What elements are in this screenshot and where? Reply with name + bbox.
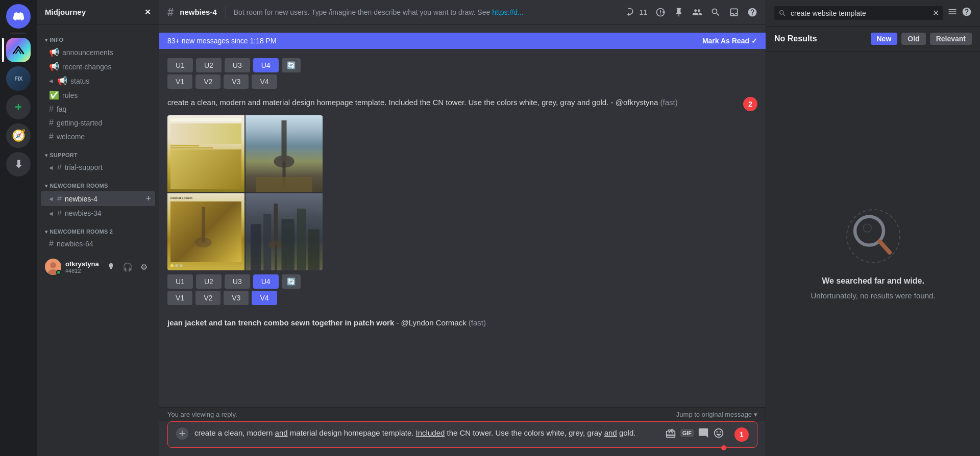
main-content: # newbies-4 Bot room for new users. Type… xyxy=(159,0,766,456)
username: ofkrystyna xyxy=(65,260,100,268)
v2-button-2[interactable]: V2 xyxy=(195,291,220,305)
notification-settings-icon[interactable] xyxy=(655,7,666,17)
u2-button-2[interactable]: U2 xyxy=(196,274,222,289)
u2-button-1[interactable]: U2 xyxy=(196,58,222,72)
server-dropdown-icon: ✕ xyxy=(144,8,151,17)
u4-button-1[interactable]: U4 xyxy=(253,58,279,72)
dot1 xyxy=(170,264,174,267)
filter-new-button[interactable]: New xyxy=(871,33,898,45)
channel-getting-started[interactable]: # getting-started xyxy=(41,116,155,130)
channel-faq[interactable]: # faq xyxy=(41,103,155,116)
online-status-dot xyxy=(56,270,61,275)
filter-old-button[interactable]: Old xyxy=(901,33,925,45)
v4-button-1[interactable]: V4 xyxy=(252,74,277,89)
add-content-button[interactable]: + xyxy=(176,427,188,440)
channel-status[interactable]: ◀ 📢 status xyxy=(41,74,155,88)
u1-button-2[interactable]: U1 xyxy=(167,274,193,289)
add-server-button[interactable]: + xyxy=(6,95,31,119)
channel-announcements[interactable]: 📢 announcements xyxy=(41,45,155,59)
channel-link[interactable]: https://d... xyxy=(492,8,523,16)
user-discriminator: #4812 xyxy=(65,268,100,274)
welcome-icon: # xyxy=(49,132,54,141)
channel-recent-changes[interactable]: 📢 recent-changes xyxy=(41,60,155,73)
message-content-3: jean jacket and tan trench combo sewn to… xyxy=(167,317,757,328)
generated-image: Cotolal Localin xyxy=(167,115,323,270)
channel-welcome[interactable]: # welcome xyxy=(41,130,155,143)
message-input-box: + create a clean, modern and material de… xyxy=(167,421,757,448)
svg-rect-13 xyxy=(275,245,277,270)
v2-button-1[interactable]: V2 xyxy=(195,74,220,89)
speed-badge-3: (fast) xyxy=(469,318,486,327)
city-svg xyxy=(246,193,323,270)
v3-button-1[interactable]: V3 xyxy=(224,74,249,89)
category-support[interactable]: ▾ SUPPORT xyxy=(37,144,159,160)
u3-button-1[interactable]: U3 xyxy=(225,58,250,72)
refresh-button-2[interactable]: 🔄 xyxy=(282,274,301,289)
refresh-button-1[interactable]: 🔄 xyxy=(282,58,301,72)
deafen-button[interactable]: 🎧 xyxy=(120,260,135,274)
v1-button-1[interactable]: V1 xyxy=(167,74,192,89)
speed-badge-2: (fast) xyxy=(660,98,677,107)
search-input-field[interactable] xyxy=(791,9,928,17)
recording-indicator xyxy=(721,445,726,450)
settings-button[interactable]: ⚙ xyxy=(137,260,151,274)
u4-button-2[interactable]: U4 xyxy=(253,274,279,289)
channel-newbies-64[interactable]: # newbies-64 xyxy=(41,237,155,250)
search-icon[interactable] xyxy=(710,7,721,17)
pin-icon[interactable] xyxy=(674,7,684,17)
mark-as-read-button[interactable]: Mark As Read ✓ xyxy=(702,37,757,45)
new-messages-banner[interactable]: 83+ new messages since 1:18 PM Mark As R… xyxy=(159,33,766,49)
search-empty-subtitle: Unfortunately, no results were found. xyxy=(811,290,935,302)
sticker-button[interactable] xyxy=(698,427,709,439)
v3-button-2[interactable]: V3 xyxy=(224,291,249,305)
server-midjourney[interactable] xyxy=(6,38,31,62)
rules-icon: ✅ xyxy=(49,90,59,100)
newcomer-arrow: ▾ xyxy=(45,183,47,189)
message-content-1: U1 U2 U3 U4 🔄 V1 V2 V3 V4 xyxy=(167,55,757,89)
explore-server-button[interactable]: 🧭 xyxy=(6,123,31,148)
category-newcomer2[interactable]: ▾ NEWCOMER ROOMS 2 xyxy=(37,220,159,237)
server-fix[interactable]: FIX xyxy=(6,66,31,91)
members-icon[interactable] xyxy=(692,7,702,17)
channel-list: ▾ INFO 📢 announcements 📢 recent-changes … xyxy=(37,24,159,456)
v4-button-2[interactable]: V4 xyxy=(252,291,277,305)
add-member-icon[interactable]: + xyxy=(145,193,151,204)
filter-relevant-button[interactable]: Relevant xyxy=(930,33,972,45)
viewing-reply-text: You are viewing a reply. xyxy=(167,411,237,418)
support-arrow: ▾ xyxy=(45,153,47,158)
channel-rules[interactable]: ✅ rules xyxy=(41,88,155,102)
jump-to-original-button[interactable]: Jump to original message ▾ xyxy=(676,411,757,418)
mute-button[interactable]: 🎙 xyxy=(104,260,118,274)
search-clear-button[interactable]: ✕ xyxy=(933,8,939,18)
help-icon[interactable] xyxy=(747,7,757,17)
svg-point-20 xyxy=(863,224,871,232)
server-header[interactable]: Midjourney ✕ xyxy=(37,0,159,24)
v1-button-2[interactable]: V1 xyxy=(167,291,192,305)
channel-newbies-34[interactable]: ◀ # newbies-34 xyxy=(41,207,155,220)
threads-button[interactable]: 11 xyxy=(627,7,647,17)
announcements-icon: 📢 xyxy=(49,47,59,57)
svg-point-1 xyxy=(50,262,56,268)
category-arrow: ▾ xyxy=(45,37,47,43)
mockup-dots xyxy=(170,264,241,267)
download-button[interactable]: ⬇ xyxy=(6,152,31,176)
server-name: Midjourney xyxy=(45,8,86,16)
channel-trial-support[interactable]: ◀ # trial-support xyxy=(41,161,155,174)
channel-newbies-4[interactable]: ◀ # newbies-4 + xyxy=(41,191,155,206)
inbox-icon[interactable] xyxy=(729,7,739,17)
category-newcomer[interactable]: ▾ NEWCOMER ROOMS xyxy=(37,174,159,191)
user-controls: 🎙 🎧 ⚙ xyxy=(104,260,151,274)
u3-button-2[interactable]: U3 xyxy=(225,274,250,289)
gift-button[interactable] xyxy=(665,427,676,439)
category-info[interactable]: ▾ INFO xyxy=(37,29,159,45)
input-text-area[interactable]: create a clean, modern and material desi… xyxy=(194,427,659,438)
u1-button-1[interactable]: U1 xyxy=(167,58,193,72)
gif-button[interactable]: GIF xyxy=(680,429,694,437)
message-badge-2: 2 xyxy=(743,97,757,111)
search-view-toggle[interactable] xyxy=(947,7,958,19)
search-input-wrapper: ✕ xyxy=(774,6,943,20)
thread-count: 11 xyxy=(639,8,647,16)
server-discord-home[interactable] xyxy=(6,4,31,29)
emoji-button[interactable] xyxy=(713,427,724,439)
search-help-icon[interactable] xyxy=(962,7,972,19)
